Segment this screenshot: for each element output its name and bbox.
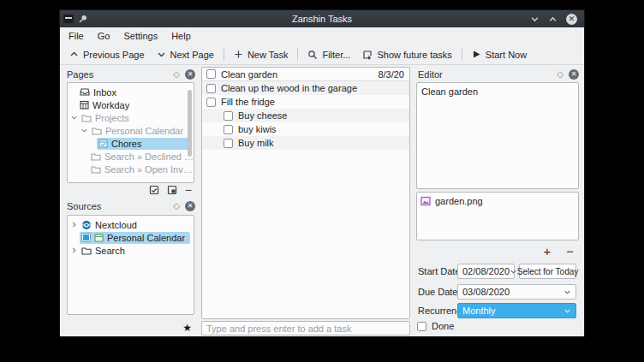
float-panel-icon[interactable]: ◇ (173, 70, 180, 79)
pages-item-inbox[interactable]: Inbox (68, 86, 194, 98)
pages-item-projects[interactable]: Projects (68, 111, 194, 124)
task-checkbox[interactable] (206, 84, 216, 93)
pages-item-personal-calendar[interactable]: Personal Calendar (68, 124, 194, 137)
next-page-label: Next Page (170, 50, 214, 60)
tree-item-label: Personal Calendar (107, 233, 185, 243)
menu-file[interactable]: File (62, 29, 91, 43)
filter-label: Filter... (322, 50, 350, 60)
task-row[interactable]: Fill the fridge (202, 95, 409, 109)
task-row[interactable]: Clean up the wood in the garage (202, 81, 409, 95)
tree-item-label: Projects (95, 113, 129, 123)
expand-expander-icon[interactable] (69, 246, 78, 254)
editor-panel-title: Editor (414, 69, 557, 80)
pages-item-workday[interactable]: Workday (68, 98, 194, 111)
due-date-value: 03/08/2020 (462, 287, 564, 297)
previous-page-button[interactable]: Previous Page (63, 47, 151, 62)
done-label: Done (432, 321, 454, 331)
sources-item-nextcloud[interactable]: Nextcloud (68, 218, 194, 231)
workday-calendar-icon (80, 100, 89, 110)
attachment-item[interactable]: garden.png (420, 195, 575, 207)
menubar: File Go Settings Help (60, 27, 584, 45)
zanshin-window: Zanshin Tasks ✕ File Go Settings Help (60, 10, 584, 336)
chevron-down-icon (564, 288, 575, 296)
remove-page-button[interactable]: − (185, 186, 192, 194)
remove-attachment-button[interactable]: − (566, 244, 574, 258)
task-text-editor[interactable]: Clean garden (416, 82, 579, 189)
start-now-button[interactable]: Start Now (466, 47, 533, 62)
close-panel-icon[interactable]: ✕ (185, 201, 195, 211)
pages-item-search-declined[interactable]: Search » Declined Invitat... (68, 150, 194, 163)
add-context-button[interactable] (167, 185, 177, 195)
task-checkbox[interactable] (224, 125, 233, 134)
done-checkbox[interactable] (417, 322, 426, 331)
menu-settings[interactable]: Settings (116, 29, 164, 43)
next-page-button[interactable]: Next Page (151, 47, 220, 62)
task-title: Fill the fridge (221, 97, 399, 107)
selected-highlight: Personal Calendar (80, 232, 190, 244)
close-icon[interactable]: ✕ (566, 14, 577, 25)
add-attachment-button[interactable]: + (543, 244, 551, 258)
pages-item-chores[interactable]: Chores (68, 137, 194, 150)
sources-panel-header: Sources ◇ ✕ (63, 199, 198, 213)
calendar-icon (94, 233, 104, 242)
task-title: Buy milk (238, 138, 399, 148)
chevron-down-icon (157, 50, 166, 59)
maximize-icon[interactable] (548, 15, 558, 24)
task-row[interactable]: buy kiwis (202, 122, 409, 136)
task-title: Clean up the wood in the garage (221, 83, 399, 93)
float-panel-icon[interactable]: ◇ (173, 202, 180, 211)
toolbar-separator (297, 48, 298, 61)
pages-item-search-open[interactable]: Search » Open Invitations (68, 163, 194, 175)
close-panel-icon[interactable]: ✕ (569, 69, 579, 80)
task-checkbox[interactable] (206, 98, 216, 107)
filter-button[interactable]: Filter... (301, 47, 356, 62)
due-date-combo[interactable]: 03/08/2020 (457, 284, 576, 300)
tree-item-label: Nextcloud (95, 220, 137, 230)
default-source-star-icon[interactable]: ★ (182, 322, 192, 334)
new-task-label: New Task (247, 50, 288, 60)
source-checkbox[interactable] (81, 233, 91, 242)
expand-expander-icon[interactable] (69, 221, 78, 228)
task-row[interactable]: Clean garden 8/3/20 (202, 68, 409, 81)
titlebar[interactable]: Zanshin Tasks ✕ (60, 10, 584, 27)
add-project-button[interactable] (149, 185, 159, 195)
folder-icon (81, 114, 92, 122)
task-due-date: 8/3/20 (378, 69, 404, 80)
new-task-button[interactable]: New Task (228, 47, 294, 62)
float-panel-icon[interactable]: ◇ (557, 70, 564, 79)
toolbar-separator (462, 48, 462, 61)
pin-icon[interactable] (78, 15, 87, 24)
menu-help[interactable]: Help (164, 29, 198, 43)
task-checkbox[interactable] (206, 69, 216, 79)
tree-item-label: Search (95, 246, 125, 256)
minimize-icon[interactable] (530, 15, 540, 24)
attachment-list: garden.png (416, 192, 579, 240)
start-date-combo[interactable]: 02/08/2020 (457, 264, 515, 279)
start-now-label: Start Now (486, 50, 527, 60)
collapse-expander-icon[interactable] (80, 127, 88, 134)
play-icon (472, 50, 481, 59)
sources-item-search[interactable]: Search (68, 244, 194, 257)
select-for-today-label: Select for Today (517, 267, 579, 276)
tree-item-label: Chores (111, 139, 141, 149)
folder-icon (81, 246, 92, 255)
menu-go[interactable]: Go (91, 29, 117, 43)
pages-panel-header: Pages ◇ ✕ (63, 67, 198, 81)
show-future-tasks-button[interactable]: Show future tasks (356, 47, 457, 62)
folder-icon (91, 152, 101, 161)
pages-toolbar: − (67, 185, 192, 195)
collapse-expander-icon[interactable] (69, 114, 78, 122)
task-checkbox[interactable] (224, 139, 233, 148)
task-row[interactable]: Buy milk (202, 136, 409, 150)
recurrence-combo[interactable]: Monthly (457, 303, 576, 318)
add-task-input[interactable] (201, 321, 410, 335)
pages-tree-scrollbar[interactable] (188, 90, 192, 157)
task-checkbox[interactable] (224, 111, 233, 121)
close-panel-icon[interactable]: ✕ (185, 69, 195, 80)
task-list: Clean garden 8/3/20 Clean up the wood in… (201, 67, 410, 319)
task-row[interactable]: Buy cheese (202, 109, 409, 122)
inbox-icon (80, 87, 90, 97)
select-for-today-button[interactable]: Select for Today (519, 264, 576, 279)
sources-item-personal-calendar[interactable]: Personal Calendar (68, 231, 194, 244)
tree-item-label: Search » Open Invitations (104, 164, 194, 175)
